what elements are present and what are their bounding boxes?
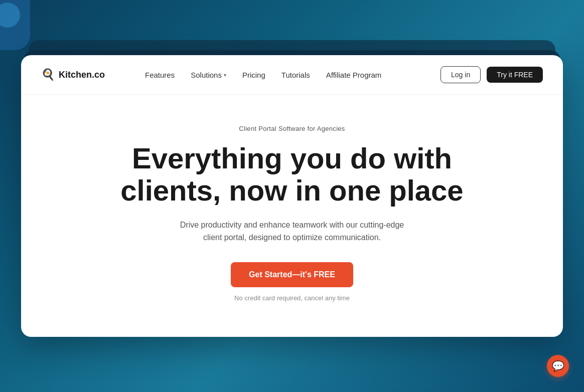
chevron-down-icon: ▾ [224,72,226,78]
nav-solutions[interactable]: Solutions ▾ [191,71,226,79]
try-free-button[interactable]: Try it FREE [487,67,543,83]
nav-pricing[interactable]: Pricing [242,71,265,79]
logo-link[interactable]: 🍳 Kitchen.co [41,68,105,81]
login-button[interactable]: Log in [441,66,481,83]
chat-button[interactable]: 💬 [547,355,569,377]
nav-features[interactable]: Features [145,71,175,79]
hero-eyebrow: Client Portal Software for Agencies [41,125,543,132]
main-card: 🍳 Kitchen.co Features Solutions ▾ Pricin… [21,55,563,337]
nav-tutorials[interactable]: Tutorials [281,71,310,79]
logo-icon: 🍳 [41,68,55,81]
logo-text: Kitchen.co [59,70,105,80]
hero-section: Client Portal Software for Agencies Ever… [21,95,563,337]
navbar: 🍳 Kitchen.co Features Solutions ▾ Pricin… [21,55,563,95]
top-left-decoration [0,0,30,50]
nav-actions: Log in Try it FREE [441,66,543,83]
hero-title: Everything you do with clients, now in o… [116,142,468,207]
hero-subtitle: Drive productivity and enhance teamwork … [172,219,412,244]
chat-icon: 💬 [552,361,564,371]
nav-affiliate[interactable]: Affiliate Program [326,71,382,79]
cta-wrapper: Get Started—it's FREE [41,262,543,294]
cta-button[interactable]: Get Started—it's FREE [231,262,353,287]
nav-links: Features Solutions ▾ Pricing Tutorials A… [145,71,441,79]
hero-disclaimer: No credit card required, cancel any time [41,294,543,302]
